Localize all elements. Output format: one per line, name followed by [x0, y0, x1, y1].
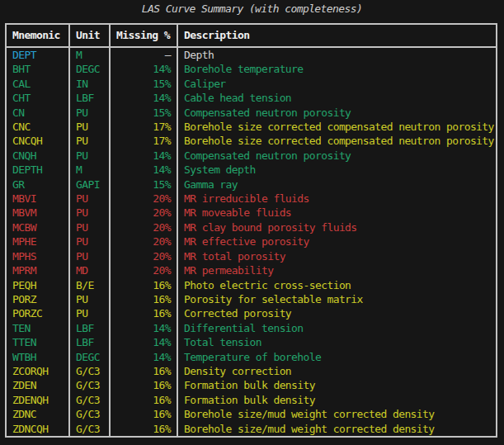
cell-missing: 16%: [110, 278, 177, 292]
column-header-mnemonic: Mnemonic: [6, 24, 69, 47]
table-row: PORZPU16%Porosity for selectable matrix: [6, 292, 497, 306]
column-header-description: Description: [177, 24, 497, 47]
table-row: CALIN15%Caliper: [6, 77, 497, 91]
cell-description: Borehole size/mud weight corrected densi…: [177, 422, 497, 437]
cell-missing: 20%: [110, 249, 177, 263]
cell-mnemonic: ZDEN: [6, 378, 69, 392]
table-row: CNQHPU14%Compensated neutron porosity: [6, 149, 497, 163]
cell-description: Total tension: [177, 335, 497, 349]
table-row: BHTDEGC14%Borehole temperature: [6, 62, 497, 76]
cell-mnemonic: CN: [6, 106, 69, 120]
cell-missing: 16%: [110, 364, 177, 378]
cell-unit: PU: [69, 149, 110, 163]
cell-missing: 14%: [110, 321, 177, 335]
table-row: CHTLBF14%Cable head tension: [6, 91, 497, 105]
table-row: ZDENQHG/C316%Formation bulk density: [6, 393, 497, 407]
cell-unit: LBF: [69, 91, 110, 105]
cell-mnemonic: WTBH: [6, 350, 69, 364]
cell-description: System depth: [177, 163, 497, 177]
cell-mnemonic: DEPT: [6, 47, 69, 62]
header-row: Mnemonic Unit Missing % Description: [6, 24, 497, 47]
cell-unit: PU: [69, 206, 110, 220]
cell-unit: PU: [69, 249, 110, 263]
table-row: MPHEPU20%MR effective porosity: [6, 234, 497, 249]
cell-missing: 14%: [110, 91, 177, 105]
cell-description: Depth: [177, 47, 497, 62]
cell-missing: 14%: [110, 163, 177, 177]
cell-mnemonic: ZDENQH: [6, 393, 69, 407]
table-row: ZCORQHG/C316%Density correction: [6, 364, 497, 378]
cell-description: MR effective porosity: [177, 234, 497, 249]
cell-unit: PU: [69, 192, 110, 206]
cell-description: Differential tension: [177, 321, 497, 335]
cell-description: Photo electric cross-section: [177, 278, 497, 292]
cell-missing: 15%: [110, 106, 177, 120]
table-row: TENLBF14%Differential tension: [6, 321, 497, 335]
cell-unit: PU: [69, 134, 110, 148]
table-title: LAS Curve Summary (with completeness): [0, 0, 504, 16]
cell-mnemonic: MPHS: [6, 249, 69, 263]
cell-description: Cable head tension: [177, 91, 497, 105]
cell-description: Gamma ray: [177, 178, 497, 192]
table-row: MBVIPU20%MR irreducible fluids: [6, 192, 497, 206]
cell-missing: 17%: [110, 134, 177, 148]
cell-missing: 14%: [110, 335, 177, 349]
cell-missing: 20%: [110, 192, 177, 206]
cell-missing: 16%: [110, 306, 177, 320]
cell-description: Formation bulk density: [177, 393, 497, 407]
cell-description: Formation bulk density: [177, 378, 497, 392]
cell-unit: G/C3: [69, 407, 110, 421]
cell-unit: G/C3: [69, 364, 110, 378]
cell-mnemonic: PEQH: [6, 278, 69, 292]
cell-unit: PU: [69, 120, 110, 134]
table-row: ZDNCQHG/C316%Borehole size/mud weight co…: [6, 422, 497, 437]
cell-unit: PU: [69, 106, 110, 120]
cell-mnemonic: CAL: [6, 77, 69, 91]
column-header-missing-percent: Missing %: [110, 24, 177, 47]
cell-mnemonic: PORZ: [6, 292, 69, 306]
column-header-unit: Unit: [69, 24, 110, 47]
cell-description: MR permeability: [177, 263, 497, 277]
table-row: CNPU15%Compensated neutron porosity: [6, 106, 497, 120]
table-row: GRGAPI15%Gamma ray: [6, 178, 497, 192]
cell-missing: 20%: [110, 206, 177, 220]
cell-description: Temperature of borehole: [177, 350, 497, 364]
table-row: MPRMMD20%MR permeability: [6, 263, 497, 277]
cell-description: MR clay bound porosity fluids: [177, 220, 497, 234]
cell-mnemonic: TTEN: [6, 335, 69, 349]
cell-description: MR total porosity: [177, 249, 497, 263]
cell-missing: 16%: [110, 407, 177, 421]
cell-mnemonic: CNQH: [6, 149, 69, 163]
cell-mnemonic: ZDNCQH: [6, 422, 69, 437]
table-row: CNCPU17%Borehole size corrected compensa…: [6, 120, 497, 134]
cell-unit: LBF: [69, 321, 110, 335]
cell-missing: —: [110, 47, 177, 62]
cell-mnemonic: BHT: [6, 62, 69, 76]
cell-unit: M: [69, 47, 110, 62]
cell-mnemonic: PORZC: [6, 306, 69, 320]
cell-missing: 14%: [110, 350, 177, 364]
cell-mnemonic: MPHE: [6, 234, 69, 249]
table-row: DEPTHM14%System depth: [6, 163, 497, 177]
cell-unit: DEGC: [69, 62, 110, 76]
table-row: WTBHDEGC14%Temperature of borehole: [6, 350, 497, 364]
cell-mnemonic: ZDNC: [6, 407, 69, 421]
cell-unit: GAPI: [69, 178, 110, 192]
cell-missing: 20%: [110, 234, 177, 249]
cell-unit: G/C3: [69, 378, 110, 392]
las-curve-summary-table: Mnemonic Unit Missing % Description DEPT…: [5, 23, 497, 438]
cell-missing: 20%: [110, 220, 177, 234]
table-row: PEQHB/E16%Photo electric cross-section: [6, 278, 497, 292]
cell-missing: 15%: [110, 77, 177, 91]
cell-unit: LBF: [69, 335, 110, 349]
cell-unit: PU: [69, 292, 110, 306]
cell-unit: PU: [69, 306, 110, 320]
cell-mnemonic: CHT: [6, 91, 69, 105]
cell-missing: 17%: [110, 120, 177, 134]
cell-mnemonic: GR: [6, 178, 69, 192]
cell-mnemonic: MBVI: [6, 192, 69, 206]
cell-description: Borehole size/mud weight corrected densi…: [177, 407, 497, 421]
cell-description: Compensated neutron porosity: [177, 149, 497, 163]
cell-description: Borehole temperature: [177, 62, 497, 76]
table-row: ZDNCG/C316%Borehole size/mud weight corr…: [6, 407, 497, 421]
